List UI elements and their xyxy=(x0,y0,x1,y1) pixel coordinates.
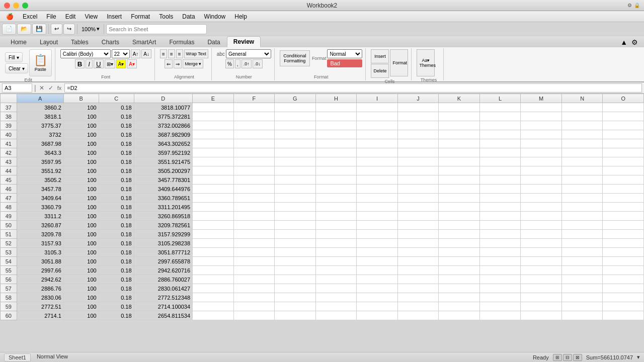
cell-h[interactable] xyxy=(315,203,357,212)
cell-e[interactable] xyxy=(193,221,234,230)
cell-e[interactable] xyxy=(193,203,234,212)
cell-d[interactable]: 3732.002866 xyxy=(134,121,192,130)
cell-o[interactable] xyxy=(603,194,644,203)
cell-m[interactable] xyxy=(521,230,562,239)
cell-j[interactable] xyxy=(397,248,439,257)
cell-e[interactable] xyxy=(193,130,234,139)
cell-d[interactable]: 3505.200297 xyxy=(134,166,192,175)
cell-n[interactable] xyxy=(561,203,603,212)
cell-m[interactable] xyxy=(521,266,562,275)
cell-i[interactable] xyxy=(357,194,398,203)
cell-m[interactable] xyxy=(521,148,562,157)
cell-g[interactable] xyxy=(275,148,316,157)
cell-a[interactable]: 3775.37 xyxy=(17,121,63,130)
cell-b[interactable]: 100 xyxy=(63,284,99,293)
cell-b[interactable]: 100 xyxy=(63,103,99,112)
align-right-btn[interactable]: ≡ xyxy=(176,49,183,58)
cell-o[interactable] xyxy=(603,266,644,275)
cell-e[interactable] xyxy=(193,275,234,284)
cell-a[interactable]: 2772.51 xyxy=(17,302,63,311)
cell-j[interactable] xyxy=(397,157,439,166)
cell-m[interactable] xyxy=(521,257,562,266)
cell-a[interactable]: 3643.3 xyxy=(17,148,63,157)
cell-n[interactable] xyxy=(561,302,603,311)
cell-g[interactable] xyxy=(275,302,316,311)
cell-a[interactable]: 3360.79 xyxy=(17,203,63,212)
cell-l[interactable] xyxy=(479,239,521,248)
cell-j[interactable] xyxy=(397,230,439,239)
cell-l[interactable] xyxy=(479,293,521,302)
cell-e[interactable] xyxy=(193,157,234,166)
cell-n[interactable] xyxy=(561,311,603,320)
cell-h[interactable] xyxy=(315,112,357,121)
cell-i[interactable] xyxy=(357,311,398,320)
cell-a[interactable]: 3051.88 xyxy=(17,257,63,266)
cell-d[interactable]: 3687.982909 xyxy=(134,130,192,139)
cell-h[interactable] xyxy=(315,130,357,139)
cell-e[interactable] xyxy=(193,212,234,221)
cell-i[interactable] xyxy=(357,293,398,302)
cell-d[interactable]: 3260.869518 xyxy=(134,212,192,221)
cell-k[interactable] xyxy=(439,293,480,302)
cell-o[interactable] xyxy=(603,130,644,139)
col-header-e[interactable]: E xyxy=(193,94,234,103)
cell-k[interactable] xyxy=(439,157,480,166)
cell-reference-box[interactable]: A3 xyxy=(2,83,32,93)
cell-m[interactable] xyxy=(521,103,562,112)
toolbar-undo[interactable]: ↩ xyxy=(51,24,62,35)
cell-f[interactable] xyxy=(233,302,275,311)
conditional-formatting-btn[interactable]: ConditionalFormatting xyxy=(280,50,310,66)
underline-btn[interactable]: U xyxy=(94,59,104,68)
cell-m[interactable] xyxy=(521,175,562,185)
cell-n[interactable] xyxy=(561,266,603,275)
cell-o[interactable] xyxy=(603,275,644,284)
cell-l[interactable] xyxy=(479,230,521,239)
cell-k[interactable] xyxy=(439,203,480,212)
cell-f[interactable] xyxy=(233,257,275,266)
delete-btn[interactable]: Delete xyxy=(371,64,389,78)
cell-j[interactable] xyxy=(397,130,439,139)
cell-j[interactable] xyxy=(397,239,439,248)
cell-f[interactable] xyxy=(233,112,275,121)
cell-i[interactable] xyxy=(357,185,398,194)
cell-l[interactable] xyxy=(479,139,521,148)
cell-h[interactable] xyxy=(315,148,357,157)
cell-n[interactable] xyxy=(561,103,603,112)
cell-i[interactable] xyxy=(357,239,398,248)
cell-g[interactable] xyxy=(275,203,316,212)
col-header-b[interactable]: B xyxy=(63,94,99,103)
cell-c[interactable]: 0.18 xyxy=(99,139,134,148)
cell-b[interactable]: 100 xyxy=(63,139,99,148)
cell-c[interactable]: 0.18 xyxy=(99,175,134,185)
cell-k[interactable] xyxy=(439,284,480,293)
tab-formulas[interactable]: Formulas xyxy=(163,37,201,47)
cell-m[interactable] xyxy=(521,212,562,221)
align-center-btn[interactable]: ≡ xyxy=(168,49,175,58)
font-color-btn[interactable]: A▾ xyxy=(127,59,137,68)
toolbar-save[interactable]: 💾 xyxy=(32,24,46,35)
cell-h[interactable] xyxy=(315,121,357,130)
italic-btn[interactable]: I xyxy=(86,59,93,68)
cell-g[interactable] xyxy=(275,275,316,284)
cell-g[interactable] xyxy=(275,311,316,320)
cell-k[interactable] xyxy=(439,139,480,148)
cell-d[interactable]: 3775.372281 xyxy=(134,112,192,121)
cell-i[interactable] xyxy=(357,130,398,139)
cell-h[interactable] xyxy=(315,157,357,166)
cell-a[interactable]: 3311.2 xyxy=(17,212,63,221)
cell-d[interactable]: 3643.302652 xyxy=(134,139,192,148)
cell-a[interactable]: 3157.93 xyxy=(17,239,63,248)
cell-a[interactable]: 2830.06 xyxy=(17,293,63,302)
cell-o[interactable] xyxy=(603,284,644,293)
col-header-c[interactable]: C xyxy=(99,94,134,103)
cell-i[interactable] xyxy=(357,230,398,239)
col-header-n[interactable]: N xyxy=(561,94,603,103)
col-header-m[interactable]: M xyxy=(521,94,562,103)
cell-l[interactable] xyxy=(479,275,521,284)
cell-l[interactable] xyxy=(479,148,521,157)
cell-a[interactable]: 3505.2 xyxy=(17,175,63,185)
cell-i[interactable] xyxy=(357,248,398,257)
cell-c[interactable]: 0.18 xyxy=(99,157,134,166)
cell-k[interactable] xyxy=(439,166,480,175)
cell-i[interactable] xyxy=(357,121,398,130)
